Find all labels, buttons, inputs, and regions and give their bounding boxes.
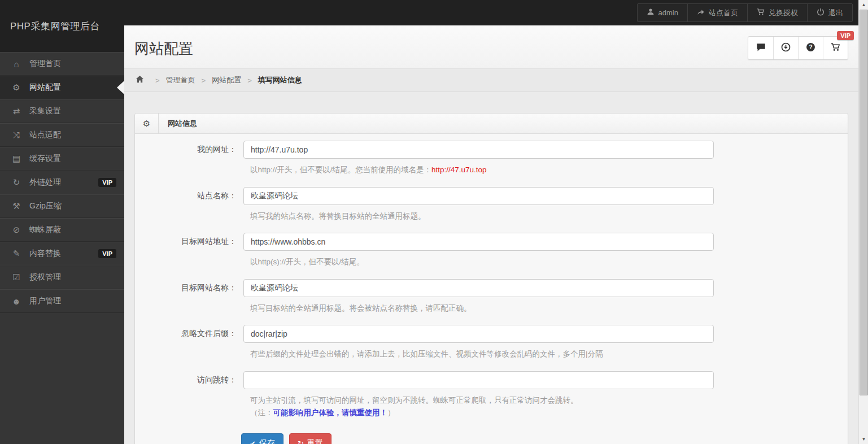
- sidebar-item-label: 站点适配: [29, 130, 116, 140]
- sidebar-item[interactable]: 缓存设置: [0, 147, 124, 171]
- user-icon: [10, 297, 23, 306]
- topbar-item-exchange-license[interactable]: 兑换授权: [747, 4, 807, 21]
- gear-icon: ⚙: [135, 114, 159, 133]
- cart-icon: [757, 8, 765, 18]
- check-icon: ✔: [250, 439, 256, 444]
- form-row: 访问跳转： 可为主站引流，填写可访问的网址，留空则为不跳转。蜘蛛可正常爬取，只有…: [135, 371, 848, 419]
- download-button[interactable]: [773, 37, 798, 59]
- topbar-item-label: admin: [658, 8, 678, 17]
- topbar-item-label: 退出: [828, 8, 843, 18]
- help-text: 可为主站引流，填写可访问的网址，留空则为不跳转。蜘蛛可正常爬取，只有正常访问才会…: [250, 396, 578, 404]
- sidebar-item[interactable]: 内容替换 VIP: [0, 242, 124, 265]
- page-header: 网站配置 ? VIP: [124, 25, 858, 69]
- form-row: 目标网站名称： 填写目标站的全站通用标题。将会被站点名称替换，请匹配正确。: [135, 279, 848, 315]
- cart-icon: [831, 42, 840, 54]
- scroll-down-icon[interactable]: ▼: [859, 434, 868, 444]
- field-help: 以http://开头，但不要以/结尾。您当前使用的域名是：http://47.u…: [250, 164, 848, 176]
- breadcrumb: > 管理首页 > 网站配置 > 填写网站信息: [124, 69, 858, 92]
- form-row: 忽略文件后缀： 有些后缀的文件处理会出错的，请添加上去，比如压缩文件、视频文件等…: [135, 325, 848, 360]
- field-input[interactable]: [243, 325, 714, 343]
- cache-icon: [10, 154, 23, 164]
- sidebar-item-label: Gzip压缩: [29, 201, 116, 211]
- svg-text:?: ?: [809, 44, 812, 50]
- sidebar-item[interactable]: 用户管理: [0, 289, 124, 313]
- breadcrumb-item[interactable]: > 填写网站信息: [241, 75, 302, 85]
- comment-button[interactable]: [748, 37, 773, 59]
- topbar-item-label: 站点首页: [709, 8, 738, 18]
- save-button[interactable]: ✔ 保存: [241, 433, 283, 444]
- topbar-item-admin[interactable]: admin: [638, 4, 687, 21]
- help-text: 填写我的站点名称。将替换目标站的全站通用标题。: [250, 212, 426, 220]
- adapt-icon: [10, 130, 23, 140]
- field-help: 填写目标站的全站通用标题。将会被站点名称替换，请匹配正确。: [250, 302, 848, 315]
- field-input[interactable]: [243, 233, 714, 251]
- site-info-panel: ⚙ 网站信息 我的网址： 以http://开头，但不要以/结尾。您当前使用的域名…: [134, 113, 848, 444]
- chevron-right-icon: >: [155, 76, 160, 85]
- auth-icon: [10, 272, 23, 282]
- breadcrumb-item[interactable]: > 管理首页: [149, 75, 195, 85]
- sidebar-item[interactable]: Gzip压缩: [0, 194, 124, 218]
- field-label: 忽略文件后缀：: [135, 329, 243, 339]
- field-help: 以http(s)://开头，但不要以/结尾。: [250, 256, 848, 268]
- field-label: 目标网站地址：: [135, 237, 243, 247]
- field-input[interactable]: [243, 141, 714, 159]
- sidebar: PHP采集网管理后台 管理首页 网站配置 采集设置 站: [0, 0, 124, 444]
- topbar-item-site-home[interactable]: 站点首页: [687, 4, 747, 21]
- save-button-label: 保存: [259, 438, 275, 444]
- topbar-item-logout[interactable]: 退出: [807, 4, 852, 21]
- vip-badge: VIP: [837, 31, 854, 40]
- comment-icon: [756, 42, 766, 54]
- breadcrumb-item-label: 网站配置: [212, 75, 241, 85]
- sidebar-item-label: 采集设置: [29, 106, 116, 116]
- sidebar-item-label: 蜘蛛屏蔽: [29, 225, 116, 235]
- field-input[interactable]: [243, 279, 714, 297]
- scroll-up-icon[interactable]: ▲: [859, 0, 868, 10]
- reset-button-label: 重置: [307, 438, 323, 444]
- sidebar-item[interactable]: 站点适配: [0, 123, 124, 147]
- app-logo-text: PHP采集网管理后台: [10, 20, 100, 33]
- sidebar-item-label: 缓存设置: [29, 154, 116, 164]
- sidebar-item[interactable]: 授权管理: [0, 265, 124, 289]
- cart-button[interactable]: [823, 37, 848, 59]
- panel-title: 网站信息: [159, 114, 206, 133]
- home-icon: [136, 75, 149, 85]
- gear-icon: [10, 82, 23, 93]
- help-text: （注：: [250, 408, 273, 417]
- sidebar-item-label: 管理首页: [29, 59, 116, 69]
- sidebar-item[interactable]: 管理首页: [0, 52, 124, 76]
- circle-help-icon: ?: [806, 42, 815, 54]
- help-text: 可能影响用户体验，请慎重使用！: [273, 408, 388, 417]
- circle-download-icon: [781, 42, 791, 54]
- field-help: 可为主站引流，填写可访问的网址，留空则为不跳转。蜘蛛可正常爬取，只有正常访问才会…: [250, 394, 848, 419]
- sidebar-item-label: 授权管理: [29, 272, 116, 282]
- field-input[interactable]: [243, 187, 714, 205]
- topbar-item-label: 兑换授权: [769, 8, 798, 18]
- breadcrumb-item[interactable]: > 网站配置: [195, 75, 242, 85]
- scrollbar-thumb[interactable]: [860, 10, 868, 395]
- sidebar-item-label: 网站配置: [29, 82, 116, 93]
- spider-icon: [10, 225, 23, 235]
- help-text: 以http(s)://开头，但不要以/结尾。: [250, 258, 364, 266]
- sidebar-item[interactable]: 采集设置: [0, 99, 124, 123]
- share-icon: [697, 8, 705, 18]
- reset-icon: ↻: [298, 439, 304, 444]
- reset-button[interactable]: ↻ 重置: [289, 433, 332, 444]
- field-label: 访问跳转：: [135, 375, 243, 385]
- sidebar-item[interactable]: 蜘蛛屏蔽: [0, 218, 124, 242]
- breadcrumb-item-label: 管理首页: [166, 75, 195, 85]
- home-icon: [10, 59, 23, 69]
- breadcrumb-items: > 管理首页 > 网站配置 > 填写网站信息: [149, 75, 302, 85]
- user-icon: [647, 8, 655, 18]
- help-button[interactable]: ?: [798, 37, 823, 59]
- breadcrumb-item-label: 填写网站信息: [258, 75, 302, 85]
- vertical-scrollbar[interactable]: ▲ ▼: [858, 0, 868, 444]
- collect-icon: [10, 106, 23, 116]
- field-input[interactable]: [243, 371, 714, 389]
- field-help: 有些后缀的文件处理会出错的，请添加上去，比如压缩文件、视频文件等修改会乱码的文件…: [250, 348, 848, 360]
- sidebar-item-label: 外链处理: [29, 177, 98, 188]
- sidebar-item[interactable]: 网站配置: [0, 76, 124, 99]
- topbar: admin 站点首页 兑换授权 退出: [0, 0, 858, 25]
- sidebar-item[interactable]: 外链处理 VIP: [0, 171, 124, 194]
- topbar-menu: admin 站点首页 兑换授权 退出: [637, 3, 853, 22]
- outlink-icon: [10, 177, 23, 188]
